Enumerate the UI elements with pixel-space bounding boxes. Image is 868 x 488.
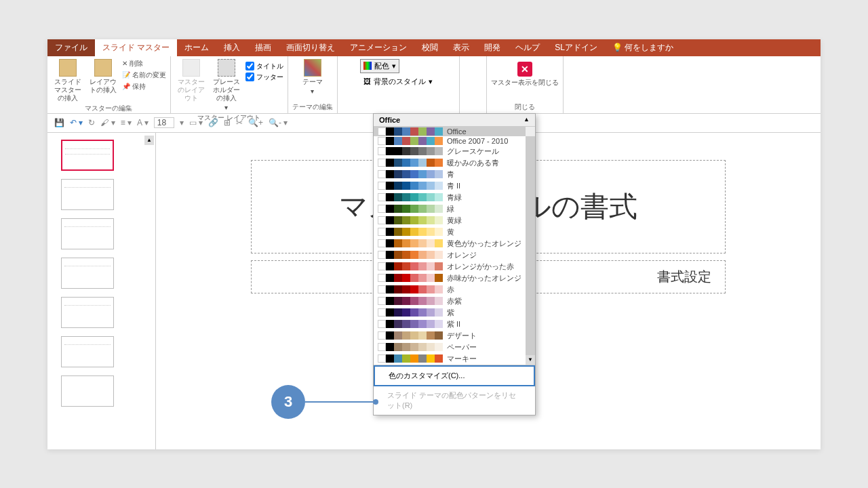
callout-annotation: 3 — [271, 385, 378, 419]
delete-button[interactable]: ✕ 削除 — [122, 59, 166, 68]
undo-icon[interactable]: ↶ ▾ — [70, 118, 83, 127]
thumbnail-layout[interactable] — [61, 258, 114, 289]
color-theme-item[interactable]: 緑 — [374, 203, 535, 215]
color-theme-item[interactable]: 暖かみのある青 — [374, 157, 535, 169]
color-theme-item[interactable]: Office 2007 - 2010 — [374, 136, 535, 146]
color-theme-item[interactable]: 黄 — [374, 226, 535, 238]
theme-button[interactable]: テーマ ▾ — [296, 59, 329, 96]
thumbnail-pane: ▲ — [47, 133, 156, 449]
tab-transition[interactable]: 画面切り替え — [279, 39, 342, 56]
color-theme-item[interactable]: オレンジがかった赤 — [374, 261, 535, 272]
tab-draw[interactable]: 描画 — [248, 39, 279, 56]
master-layout-button: マスターのレイアウト — [175, 59, 208, 102]
preserve-button[interactable]: 📌 保持 — [122, 82, 166, 92]
callout-number: 3 — [271, 385, 305, 419]
color-theme-item[interactable]: 紫 — [374, 307, 535, 319]
redo-icon[interactable]: ↻ — [88, 118, 95, 127]
ribbon: スライド マスターの挿入 レイアウトの挿入 ✕ 削除 📝 名前の変更 📌 保持 … — [47, 56, 821, 114]
tab-tell-me[interactable]: 💡 何をしますか — [605, 39, 681, 56]
tab-view[interactable]: 表示 — [446, 39, 477, 56]
brush-icon[interactable]: 🖌 ▾ — [100, 118, 115, 127]
tab-animation[interactable]: アニメーション — [342, 39, 414, 56]
close-master-view-button[interactable]: ✕マスター表示を閉じる — [491, 59, 559, 87]
color-theme-item[interactable]: 紫 II — [374, 319, 535, 330]
crop-icon[interactable]: ✂ — [236, 118, 243, 127]
tab-sladdin[interactable]: SLアドイン — [547, 39, 605, 56]
color-theme-item[interactable]: 黄緑 — [374, 215, 535, 226]
color-theme-item[interactable]: 青 II — [374, 180, 535, 192]
colors-dropdown: Office▲ ▼ OfficeOffice 2007 - 2010グレースケー… — [373, 113, 536, 415]
color-theme-item[interactable]: 青 — [374, 169, 535, 180]
tab-slide-master[interactable]: スライド マスター — [95, 39, 177, 56]
color-theme-item[interactable]: 黄色がかったオレンジ — [374, 238, 535, 249]
color-theme-item[interactable]: デザート — [374, 330, 535, 342]
thumbnail-layout[interactable] — [61, 218, 114, 249]
color-theme-item[interactable]: グレースケール — [374, 146, 535, 157]
color-theme-item[interactable]: Office — [374, 127, 535, 136]
thumbnail-layout[interactable] — [61, 297, 114, 328]
tab-insert[interactable]: 挿入 — [216, 39, 248, 56]
scroll-up-icon[interactable]: ▲ — [144, 136, 154, 145]
scroll-up-icon[interactable]: ▲ — [524, 116, 530, 124]
group-label-edit-theme: テーマの編集 — [292, 101, 333, 113]
color-theme-item[interactable]: 赤 — [374, 284, 535, 296]
thumbnail-layout[interactable] — [61, 336, 114, 367]
reset-colors-item: スライド テーマの配色パターンをリセット(R) — [374, 386, 535, 415]
dropdown-header: Office▲ — [374, 114, 535, 127]
link-icon[interactable]: 🔗 — [208, 118, 218, 127]
insert-slide-master-button[interactable]: スライド マスターの挿入 — [52, 59, 84, 102]
zoom-in-icon[interactable]: 🔍+ — [248, 118, 263, 127]
color-theme-item[interactable]: ペーパー — [374, 342, 535, 353]
insert-placeholder-button[interactable]: プレースホルダーの挿入 ▾ — [210, 59, 243, 112]
tab-bar: ファイル スライド マスター ホーム 挿入 描画 画面切り替え アニメーション … — [47, 39, 821, 56]
insert-layout-button[interactable]: レイアウトの挿入 — [87, 59, 119, 94]
thumbnail-layout[interactable] — [61, 375, 114, 407]
group-label-close: 閉じる — [515, 101, 535, 113]
align-icon[interactable]: ⊞ — [224, 118, 231, 127]
color-theme-item[interactable]: オレンジ — [374, 249, 535, 261]
tab-help[interactable]: ヘルプ — [508, 39, 547, 56]
zoom-out-icon[interactable]: 🔍- ▾ — [269, 118, 288, 127]
thumbnail-master[interactable] — [61, 140, 114, 171]
thumbnail-layout[interactable] — [61, 179, 114, 210]
rename-button[interactable]: 📝 名前の変更 — [122, 70, 166, 80]
scroll-down-icon[interactable]: ▼ — [526, 355, 535, 365]
list-icon[interactable]: ≡ ▾ — [121, 118, 132, 127]
background-styles-button[interactable]: 🖼 背景のスタイル ▾ — [360, 75, 436, 89]
tab-review[interactable]: 校閲 — [414, 39, 446, 56]
title-checkbox[interactable]: タイトル — [245, 62, 283, 71]
color-theme-item[interactable]: 赤味がかったオレンジ — [374, 272, 535, 284]
tab-home[interactable]: ホーム — [177, 39, 216, 56]
color-theme-item[interactable]: 赤紫 — [374, 296, 535, 307]
colors-button[interactable]: 配色 ▾ — [360, 59, 399, 73]
tab-dev[interactable]: 開発 — [477, 39, 508, 56]
font-size-input[interactable]: 18 — [154, 117, 174, 128]
shape-icon[interactable]: ▭ ▾ — [189, 118, 203, 127]
save-icon[interactable]: 💾 — [54, 118, 64, 127]
tab-file[interactable]: ファイル — [47, 39, 95, 56]
color-theme-item[interactable]: 青緑 — [374, 192, 535, 203]
color-theme-item[interactable]: マーキー — [374, 353, 535, 365]
footer-checkbox[interactable]: フッター — [245, 73, 283, 82]
group-label-edit-master: マスターの編集 — [85, 102, 132, 115]
dropdown-scrollbar[interactable]: ▼ — [526, 127, 535, 365]
font-icon[interactable]: A ▾ — [137, 118, 149, 127]
customize-colors-item[interactable]: 色のカスタマイズ(C)... — [374, 365, 535, 386]
